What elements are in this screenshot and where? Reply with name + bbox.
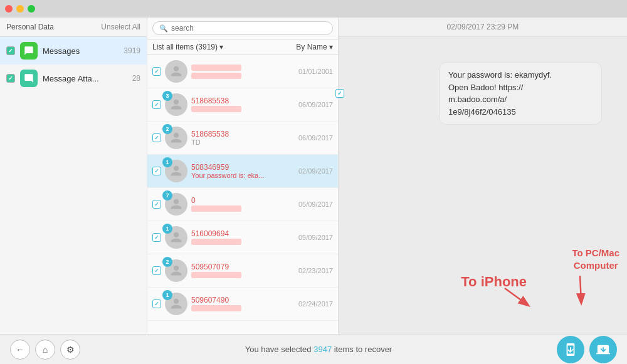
to-pcmac-label: To PC/Mac Computer [572, 247, 619, 271]
item-info: 0 ██████████ [191, 196, 295, 212]
home-button[interactable]: ⌂ [35, 340, 55, 360]
unselect-all-button[interactable]: Unselect All [101, 23, 140, 31]
sidebar-header: Personal Data Unselect All [0, 18, 147, 37]
search-icon: 🔍 [159, 24, 168, 33]
detail-timestamp: 02/09/2017 23:29 PM [447, 23, 519, 31]
item-name: 518685538 [191, 96, 295, 105]
item-info: ████████ ███████ [191, 63, 295, 80]
svg-line-1 [580, 276, 581, 303]
item-name: 509607490 [191, 296, 295, 304]
item-name: 509507079 [191, 263, 295, 271]
item-checkbox[interactable] [152, 167, 161, 175]
item-checkbox[interactable] [152, 133, 161, 142]
item-name: ████████ [191, 63, 295, 72]
item-info: 518685538 ███████ [191, 96, 295, 113]
item-avatar: 1 [165, 226, 187, 249]
list-item[interactable]: 2 518685538 TD 06/09/2017 [147, 122, 338, 155]
messages-icon [20, 42, 38, 60]
list-toolbar: List all items (3919) ▾ By Name ▾ [147, 39, 338, 55]
list-item[interactable]: 7 0 ██████████ 05/09/2017 [147, 188, 338, 221]
item-info: 509507079 ████ [191, 263, 295, 279]
maximize-button[interactable] [28, 5, 35, 13]
item-avatar: 2 [165, 127, 187, 149]
item-date: 02/09/2017 [298, 167, 333, 175]
item-preview: ███████ [191, 238, 295, 246]
item-checkbox[interactable] [152, 200, 161, 209]
item-checkbox[interactable] [152, 299, 161, 308]
list-item[interactable]: 3 518685538 ███████ 06/09/2017 [147, 88, 338, 122]
list-item[interactable]: 1 516009694 ███████ 05/09/2017 [147, 221, 338, 254]
detail-panel: 02/09/2017 23:29 PM Your password is: ek… [339, 18, 627, 334]
item-date: 05/09/2017 [298, 200, 333, 208]
attachments-checkbox[interactable] [6, 74, 15, 83]
recover-to-computer-button[interactable] [589, 336, 617, 363]
item-avatar: 3 [165, 93, 187, 116]
item-avatar [165, 60, 187, 83]
messages-checkbox[interactable] [6, 46, 15, 55]
item-name: 518685538 [191, 130, 295, 138]
list-panel: 🔍 List all items (3919) ▾ By Name ▾ ████… [147, 18, 339, 334]
list-item[interactable]: 1 509607490 ███████ 02/24/2017 [147, 288, 338, 321]
iphone-arrow [502, 285, 533, 310]
item-name: 516009694 [191, 229, 295, 238]
sidebar: Personal Data Unselect All Messages 3919… [0, 18, 147, 334]
attachment-count: 28 [132, 74, 140, 83]
item-name: 0 [191, 196, 295, 205]
item-date: 06/09/2017 [298, 101, 333, 108]
item-preview: ███████ [191, 304, 295, 312]
action-buttons [557, 336, 617, 363]
item-avatar: 1 [165, 293, 187, 315]
bottom-nav: ← ⌂ ⚙ [10, 340, 80, 360]
search-input-wrap[interactable]: 🔍 [152, 21, 333, 35]
detail-content: Your password is: ekamydyf. Open Badoo! … [339, 37, 627, 334]
sidebar-item-attachments[interactable]: Message Atta... 28 [0, 65, 147, 92]
item-checkbox[interactable] [152, 67, 161, 76]
list-item[interactable]: 2 509507079 ████ 02/23/2017 [147, 254, 338, 288]
attachment-label: Message Atta... [43, 74, 127, 83]
svg-line-0 [505, 288, 528, 305]
messages-count: 3919 [124, 46, 140, 55]
settings-button[interactable]: ⚙ [60, 340, 80, 360]
messages-label: Messages [43, 46, 119, 56]
detail-header: 02/09/2017 23:29 PM [339, 18, 627, 37]
message-list: ████████ ███████ 01/01/2001 3 518685538 … [147, 55, 338, 334]
item-info: 509607490 ███████ [191, 296, 295, 312]
item-info: 518685538 TD [191, 130, 295, 146]
item-checkbox[interactable] [152, 266, 161, 275]
item-avatar: 1 [165, 160, 187, 182]
search-input[interactable] [171, 24, 326, 33]
close-button[interactable] [5, 5, 13, 13]
item-name: 508346959 [191, 163, 295, 172]
item-preview: TD [191, 138, 295, 146]
pcmac-arrow [561, 273, 593, 310]
bottom-bar: ← ⌂ ⚙ You have selected 3947 items to re… [0, 334, 627, 364]
sort-by-name-dropdown[interactable]: By Name ▾ [296, 43, 333, 51]
item-avatar: 7 [165, 193, 187, 216]
item-avatar: 2 [165, 259, 187, 282]
item-checkbox[interactable] [152, 100, 161, 109]
item-date: 05/09/2017 [298, 234, 333, 241]
item-preview: ███████ [191, 72, 295, 80]
list-all-items-dropdown[interactable]: List all items (3919) ▾ [152, 43, 223, 51]
item-date: 02/23/2017 [298, 267, 333, 274]
item-preview: ████ [191, 271, 295, 279]
sidebar-item-messages[interactable]: Messages 3919 [0, 37, 147, 65]
message-bubble: Your password is: ekamydyf. Open Badoo! … [439, 62, 602, 125]
item-info: 516009694 ███████ [191, 229, 295, 246]
item-preview: ███████ [191, 105, 295, 113]
title-bar [0, 0, 627, 18]
list-item[interactable]: ████████ ███████ 01/01/2001 [147, 55, 338, 88]
item-checkbox[interactable] [152, 233, 161, 242]
item-date: 02/24/2017 [298, 300, 333, 308]
back-button[interactable]: ← [10, 340, 30, 360]
item-date: 06/09/2017 [298, 134, 333, 142]
recover-to-iphone-button[interactable] [557, 336, 584, 363]
list-item[interactable]: 1 508346959 Your password is: eka... 02/… [147, 155, 338, 188]
item-date: 01/01/2001 [298, 68, 333, 75]
message-checkbox[interactable] [335, 89, 344, 98]
minimize-button[interactable] [16, 5, 24, 13]
attachment-icon [20, 70, 38, 87]
personal-data-label: Personal Data [6, 23, 54, 31]
item-preview: ██████████ [191, 205, 295, 212]
search-bar: 🔍 [147, 18, 338, 39]
